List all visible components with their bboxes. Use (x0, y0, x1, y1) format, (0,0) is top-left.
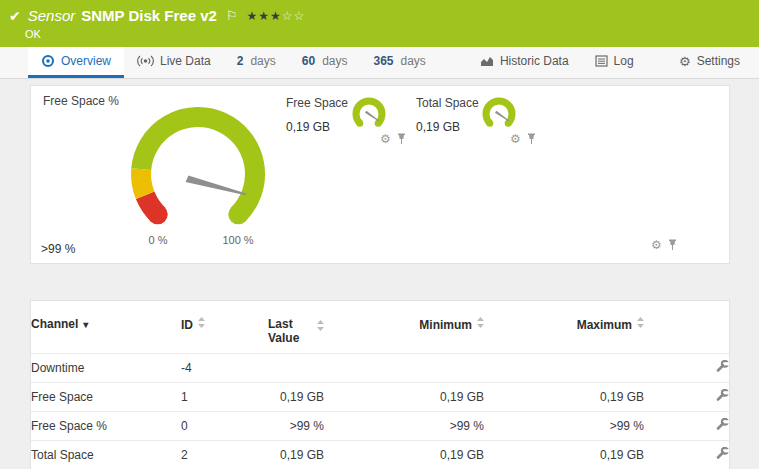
tab-60-days-label: days (322, 54, 347, 68)
cell-id: 2 (181, 441, 239, 469)
channel-settings-wrench-icon[interactable] (715, 360, 729, 373)
free-space-mini-gauge (349, 96, 389, 130)
channel-table: Channel▾ ID Last Value Minimum Maximum D… (31, 301, 729, 469)
header-minimum[interactable]: Minimum (324, 301, 484, 354)
free-space-percent-gauge (113, 94, 283, 234)
tab-60-days[interactable]: 60 days (289, 47, 361, 78)
cell-maximum: >99 % (484, 412, 644, 441)
cell-minimum (324, 354, 484, 383)
tab-historic-data-label: Historic Data (500, 54, 569, 68)
cell-last-value (239, 354, 324, 383)
free-space-gauge-tools: ⚙ (380, 133, 406, 145)
mini-gauge-needle (495, 111, 509, 122)
tab-live-data[interactable]: Live Data (124, 47, 224, 78)
table-row[interactable]: Downtime -4 (31, 354, 729, 383)
header-maximum[interactable]: Maximum (484, 301, 644, 354)
gauge-needle (186, 176, 247, 196)
mini-gauge-needle (365, 111, 379, 122)
live-data-icon (137, 55, 154, 67)
stars-filled[interactable]: ★★★ (247, 9, 282, 23)
total-space-gauge-tools: ⚙ (510, 133, 536, 145)
sort-arrows-icon (317, 320, 324, 331)
tab-365-days-number: 365 (373, 54, 393, 68)
tab-live-data-label: Live Data (160, 54, 211, 68)
tab-settings-label: Settings (697, 54, 740, 68)
tab-2-days[interactable]: 2 days (224, 47, 289, 78)
cell-last-value: 0,19 GB (239, 441, 324, 469)
tab-log-label: Log (614, 54, 634, 68)
tab-overview-label: Overview (61, 54, 111, 68)
main-gauge-title: Free Space % (43, 94, 119, 108)
channel-settings-wrench-icon[interactable] (715, 418, 729, 431)
table-header-row: Channel▾ ID Last Value Minimum Maximum (31, 301, 729, 354)
gauge-gear-icon[interactable]: ⚙ (380, 133, 391, 145)
cell-minimum: >99 % (324, 412, 484, 441)
cell-channel: Downtime (31, 354, 181, 383)
header-id[interactable]: ID (181, 301, 239, 354)
cell-id: 0 (181, 412, 239, 441)
header-channel[interactable]: Channel▾ (31, 301, 181, 354)
tab-365-days-label: days (401, 54, 426, 68)
status-check-icon: ✔ (9, 8, 21, 24)
gauge-gear-icon[interactable]: ⚙ (651, 239, 662, 251)
tab-60-days-number: 60 (302, 54, 315, 68)
stars-empty[interactable]: ☆☆ (282, 9, 306, 23)
mini-gauge-free-space-value: 0,19 GB (286, 120, 330, 134)
gauges-panel: Free Space % 0 % 100 % >99 % ⚙ Free Spac… (30, 85, 730, 264)
gauge-scale-min: 0 % (136, 234, 180, 246)
channel-settings-wrench-icon[interactable] (715, 389, 729, 402)
sort-arrows-icon (198, 317, 205, 328)
settings-gear-icon: ⚙ (679, 55, 691, 68)
sort-arrows-icon (477, 317, 484, 328)
tab-bar: Overview Live Data 2 days 60 days 365 da… (0, 47, 759, 79)
cell-maximum: 0,19 GB (484, 441, 644, 469)
cell-channel: Free Space (31, 383, 181, 412)
main-gauge-value: >99 % (41, 242, 75, 256)
channel-table-panel: Channel▾ ID Last Value Minimum Maximum D… (30, 300, 730, 469)
cell-channel: Total Space (31, 441, 181, 469)
object-kind-label: Sensor (28, 7, 76, 24)
cell-minimum: 0,19 GB (324, 441, 484, 469)
tab-2-days-label: days (250, 54, 275, 68)
historic-data-icon (480, 55, 494, 67)
cell-last-value: >99 % (239, 412, 324, 441)
log-icon (595, 55, 608, 67)
mini-gauge-total-space-value: 0,19 GB (416, 120, 460, 134)
priority-stars[interactable]: ★★★☆☆ (247, 9, 306, 23)
cell-maximum: 0,19 GB (484, 383, 644, 412)
tab-overview[interactable]: Overview (28, 47, 124, 78)
main-gauge-tools: ⚙ (651, 239, 677, 251)
header-last-value[interactable]: Last Value (239, 301, 324, 354)
sensor-title: SNMP Disk Free v2 (81, 7, 217, 24)
cell-last-value: 0,19 GB (239, 383, 324, 412)
cell-id: 1 (181, 383, 239, 412)
total-space-mini-gauge (479, 96, 519, 130)
sensor-header: ✔ Sensor SNMP Disk Free v2 ⚐ ★★★☆☆ OK (0, 0, 759, 47)
overview-icon (41, 54, 55, 68)
table-row[interactable]: Free Space 1 0,19 GB 0,19 GB 0,19 GB (31, 383, 729, 412)
mini-gauge-free-space-title: Free Space (286, 96, 348, 110)
channel-settings-wrench-icon[interactable] (715, 447, 729, 460)
gauge-pin-icon[interactable] (527, 133, 536, 145)
cell-minimum: 0,19 GB (324, 383, 484, 412)
flag-icon[interactable]: ⚐ (226, 8, 238, 23)
gauge-pin-icon[interactable] (397, 133, 406, 145)
gauge-gear-icon[interactable]: ⚙ (510, 133, 521, 145)
tab-log[interactable]: Log (582, 47, 647, 78)
status-badge: OK (25, 28, 759, 40)
table-row[interactable]: Free Space % 0 >99 % >99 % >99 % (31, 412, 729, 441)
header-tools (644, 301, 729, 354)
sort-arrows-icon (637, 317, 644, 328)
cell-channel: Free Space % (31, 412, 181, 441)
mini-gauge-total-space-title: Total Space (416, 96, 479, 110)
tab-historic-data[interactable]: Historic Data (467, 47, 582, 78)
gauge-pin-icon[interactable] (668, 239, 677, 251)
sort-caret-icon: ▾ (83, 319, 88, 330)
tab-365-days[interactable]: 365 days (360, 47, 438, 78)
tab-settings[interactable]: ⚙ Settings (666, 47, 753, 78)
cell-maximum (484, 354, 644, 383)
tab-2-days-number: 2 (237, 54, 244, 68)
gauge-scale-max: 100 % (216, 234, 260, 246)
table-row[interactable]: Total Space 2 0,19 GB 0,19 GB 0,19 GB (31, 441, 729, 469)
cell-id: -4 (181, 354, 239, 383)
